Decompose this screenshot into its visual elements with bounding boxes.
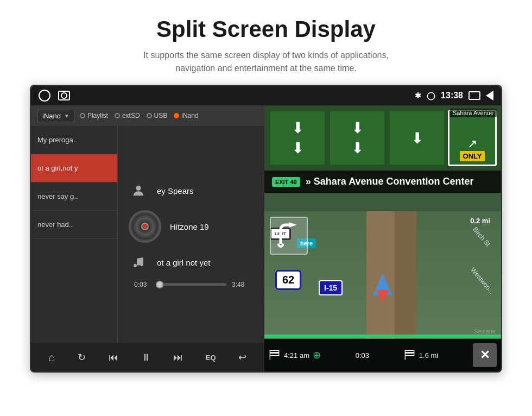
list-item[interactable]: never had.. bbox=[31, 211, 117, 239]
location-icon: ◯ bbox=[427, 91, 435, 100]
device-frame: ✱ ◯ 13:38 iNand ▼ Playlist bbox=[30, 85, 502, 373]
nav-map: ⬇ ⬇ ⬇ ⬇ ⬇ ↗ ONLY Sahara bbox=[264, 105, 501, 371]
remaining-section: ⛿ 1.6 mi bbox=[404, 348, 438, 362]
music-panel: iNand ▼ Playlist extSD USB bbox=[31, 105, 264, 371]
exit-destination: » Sahara Avenue Convention Center bbox=[306, 176, 474, 187]
progress-thumb[interactable] bbox=[156, 281, 163, 288]
source-dropdown-label: iNand bbox=[42, 112, 61, 120]
nav-bottom-bar: ⛿ 4:21 am ⊕ 0:03 ⛿ 1.6 mi ✕ bbox=[264, 339, 501, 371]
arrival-section: ⛿ 4:21 am ⊕ bbox=[269, 348, 321, 362]
source-tab-playlist[interactable]: Playlist bbox=[80, 112, 108, 119]
westwood-label: Westwoo... bbox=[469, 266, 496, 295]
down-arrow-icon-2: ⬇ bbox=[292, 139, 304, 157]
checkered-flag-icon-2: ⛿ bbox=[404, 348, 416, 362]
down-arrow-icon-5: ⬇ bbox=[411, 129, 423, 147]
exit-info: EXIT 40 » Sahara Avenue Convention Cente… bbox=[264, 171, 501, 193]
bluetooth-icon: ✱ bbox=[415, 91, 421, 100]
distance-label: 0.2 mi bbox=[470, 217, 490, 225]
down-arrow-icon: ⬇ bbox=[292, 119, 304, 137]
photo-icon bbox=[58, 91, 70, 100]
progress-section: 0:03 3:48 bbox=[129, 281, 254, 288]
interstate-shield: I-15 bbox=[319, 280, 343, 295]
status-time: 13:38 bbox=[441, 91, 463, 100]
status-bar: ✱ ◯ 13:38 bbox=[31, 86, 501, 105]
prev-button[interactable]: ⏮ bbox=[103, 349, 124, 367]
song-name: ot a girl not yet bbox=[157, 258, 210, 267]
source-tab-extsd[interactable]: extSD bbox=[115, 112, 140, 119]
playlist-area: My preroga.. ot a girl,not y never say g… bbox=[31, 126, 264, 343]
remaining-distance: 1.6 mi bbox=[419, 351, 438, 360]
source-tab-inand[interactable]: iNand bbox=[174, 112, 198, 119]
checkered-flag-icon: ⛿ bbox=[269, 348, 281, 362]
vinyl-icon bbox=[129, 210, 161, 243]
radio-dot-usb bbox=[147, 113, 152, 118]
now-playing: ey Spears Hitzone 19 bbox=[118, 126, 264, 343]
album-name: Hitzone 19 bbox=[170, 222, 209, 231]
current-time: 0:03 bbox=[134, 281, 150, 288]
highway-speed-badge: 62 bbox=[275, 270, 301, 290]
down-arrow-icon-3: ⬇ bbox=[351, 119, 364, 137]
only-sign: ↗ ONLY bbox=[448, 110, 497, 166]
music-icon bbox=[129, 253, 148, 272]
back-button[interactable]: ↩ bbox=[233, 348, 252, 367]
location-arrow bbox=[376, 290, 389, 302]
page-header: Split Screen Display It supports the sam… bbox=[0, 0, 532, 85]
person-icon bbox=[129, 181, 148, 200]
arrow-sign-1: ⬇ ⬇ bbox=[269, 110, 326, 166]
road-lane bbox=[395, 211, 416, 339]
track-info: ey Spears Hitzone 19 bbox=[129, 181, 254, 272]
map-road-area: LIMIT here 0.2 mi Birch St Westwoo... bbox=[264, 211, 501, 339]
nav-panel: ⬇ ⬇ ⬇ ⬇ ⬇ ↗ ONLY Sahara bbox=[264, 105, 501, 371]
distance-bar bbox=[264, 335, 501, 338]
album-row: Hitzone 19 bbox=[129, 210, 254, 243]
list-item[interactable]: ot a girl,not y bbox=[31, 154, 117, 182]
controls-bar: ⌂ ↻ ⏮ ⏸ ⏭ EQ ↩ bbox=[31, 343, 264, 371]
only-label: ONLY bbox=[460, 151, 485, 161]
watermark: Seicane bbox=[474, 328, 496, 335]
list-item[interactable]: My preroga.. bbox=[31, 126, 117, 154]
source-dropdown[interactable]: iNand ▼ bbox=[37, 110, 74, 122]
gps-icon: ⊕ bbox=[313, 349, 321, 361]
radio-dot-inand bbox=[174, 113, 179, 118]
arrow-sign-2: ⬇ ⬇ bbox=[328, 110, 386, 166]
radio-dot-playlist bbox=[80, 113, 85, 118]
nav-close-button[interactable]: ✕ bbox=[473, 343, 497, 367]
svg-point-1 bbox=[134, 264, 137, 267]
screen-icon bbox=[468, 91, 480, 100]
next-button[interactable]: ⏭ bbox=[168, 349, 188, 367]
turn-icon bbox=[270, 217, 308, 255]
vinyl-center bbox=[141, 223, 149, 230]
status-right: ✱ ◯ 13:38 bbox=[415, 91, 493, 100]
progress-bar[interactable] bbox=[156, 283, 226, 286]
source-tab-extsd-label: extSD bbox=[122, 112, 140, 119]
home-button[interactable]: ⌂ bbox=[43, 348, 61, 367]
svg-point-0 bbox=[136, 186, 141, 191]
progress-row: 0:03 3:48 bbox=[134, 281, 248, 288]
song-row: ot a girl not yet bbox=[129, 253, 254, 272]
repeat-button[interactable]: ↻ bbox=[72, 348, 91, 367]
elapsed-section: 0:03 bbox=[356, 351, 369, 360]
circle-icon bbox=[39, 90, 50, 102]
eq-button[interactable]: EQ bbox=[200, 350, 221, 365]
interstate-number: 15 bbox=[329, 283, 338, 292]
playlist-sidebar: My preroga.. ot a girl,not y never say g… bbox=[31, 126, 118, 343]
elapsed-time: 0:03 bbox=[356, 351, 369, 360]
pause-button[interactable]: ⏸ bbox=[136, 349, 156, 367]
page-subtitle: It supports the same screen display of t… bbox=[22, 49, 510, 75]
arrival-time: 4:21 am bbox=[284, 351, 309, 360]
svg-point-2 bbox=[140, 263, 143, 266]
arrow-sign-3: ⬇ bbox=[388, 110, 446, 166]
source-tab-playlist-label: Playlist bbox=[87, 112, 108, 119]
back-icon bbox=[486, 91, 493, 100]
source-tabs: Playlist extSD USB iNand bbox=[80, 112, 199, 119]
exit-badge: EXIT 40 bbox=[272, 177, 300, 187]
down-arrow-icon-4: ⬇ bbox=[351, 139, 364, 157]
source-tab-usb-label: USB bbox=[154, 112, 168, 119]
source-tab-usb[interactable]: USB bbox=[147, 112, 168, 119]
source-tab-inand-label: iNand bbox=[181, 112, 198, 119]
chevron-down-icon: ▼ bbox=[64, 113, 69, 119]
list-item[interactable]: never say g.. bbox=[31, 182, 117, 211]
artist-row: ey Spears bbox=[129, 181, 254, 200]
total-time: 3:48 bbox=[232, 281, 248, 288]
radio-dot-extsd bbox=[115, 113, 120, 118]
